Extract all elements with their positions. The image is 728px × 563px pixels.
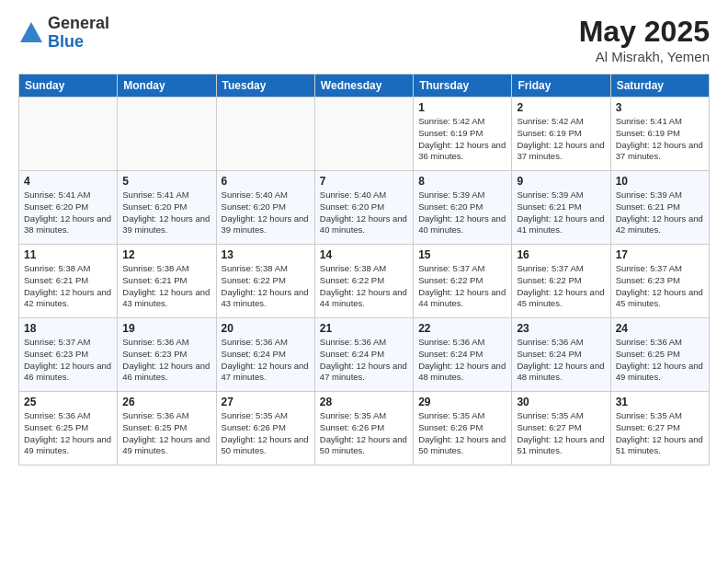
- calendar-cell: 20Sunrise: 5:36 AM Sunset: 6:24 PM Dayli…: [216, 318, 314, 392]
- day-number: 29: [418, 396, 506, 408]
- day-info: Sunrise: 5:36 AM Sunset: 6:25 PM Dayligh…: [122, 410, 210, 457]
- calendar-cell: 24Sunrise: 5:36 AM Sunset: 6:25 PM Dayli…: [610, 318, 709, 392]
- col-sunday: Sunday: [19, 75, 118, 98]
- day-info: Sunrise: 5:37 AM Sunset: 6:23 PM Dayligh…: [616, 263, 704, 310]
- calendar-cell: 16Sunrise: 5:37 AM Sunset: 6:22 PM Dayli…: [512, 245, 610, 318]
- day-info: Sunrise: 5:39 AM Sunset: 6:20 PM Dayligh…: [418, 190, 506, 236]
- svg-marker-1: [22, 26, 40, 40]
- calendar-cell: 12Sunrise: 5:38 AM Sunset: 6:21 PM Dayli…: [118, 245, 216, 318]
- day-info: Sunrise: 5:41 AM Sunset: 6:20 PM Dayligh…: [24, 190, 112, 236]
- day-info: Sunrise: 5:40 AM Sunset: 6:20 PM Dayligh…: [320, 190, 408, 236]
- title-block: May 2025 Al Misrakh, Yemen: [579, 15, 710, 64]
- day-number: 27: [222, 396, 310, 408]
- day-number: 22: [418, 322, 506, 335]
- day-info: Sunrise: 5:38 AM Sunset: 6:21 PM Dayligh…: [24, 263, 112, 310]
- day-number: 31: [616, 396, 704, 408]
- day-info: Sunrise: 5:35 AM Sunset: 6:27 PM Dayligh…: [616, 410, 704, 457]
- day-info: Sunrise: 5:37 AM Sunset: 6:23 PM Dayligh…: [24, 337, 112, 384]
- calendar-cell: [118, 98, 216, 171]
- day-info: Sunrise: 5:41 AM Sunset: 6:19 PM Dayligh…: [616, 116, 704, 163]
- col-saturday: Saturday: [610, 75, 709, 98]
- day-info: Sunrise: 5:35 AM Sunset: 6:26 PM Dayligh…: [222, 410, 310, 457]
- calendar-cell: [314, 98, 413, 171]
- day-number: 20: [222, 322, 310, 335]
- calendar-week-2: 4Sunrise: 5:41 AM Sunset: 6:20 PM Daylig…: [19, 171, 710, 245]
- day-number: 28: [320, 396, 408, 408]
- day-info: Sunrise: 5:38 AM Sunset: 6:21 PM Dayligh…: [122, 263, 210, 310]
- calendar-cell: 30Sunrise: 5:35 AM Sunset: 6:27 PM Dayli…: [512, 392, 610, 465]
- header-row: Sunday Monday Tuesday Wednesday Thursday…: [19, 75, 710, 98]
- day-number: 18: [24, 322, 112, 335]
- day-number: 13: [222, 248, 310, 261]
- calendar-cell: 5Sunrise: 5:41 AM Sunset: 6:20 PM Daylig…: [118, 171, 216, 245]
- calendar-cell: 3Sunrise: 5:41 AM Sunset: 6:19 PM Daylig…: [610, 98, 709, 171]
- calendar-week-3: 11Sunrise: 5:38 AM Sunset: 6:21 PM Dayli…: [19, 245, 710, 318]
- day-info: Sunrise: 5:36 AM Sunset: 6:25 PM Dayligh…: [616, 337, 704, 384]
- day-number: 8: [418, 175, 506, 188]
- calendar-cell: 21Sunrise: 5:36 AM Sunset: 6:24 PM Dayli…: [314, 318, 413, 392]
- calendar-cell: 28Sunrise: 5:35 AM Sunset: 6:26 PM Dayli…: [314, 392, 413, 465]
- day-number: 12: [122, 248, 210, 261]
- calendar-cell: 8Sunrise: 5:39 AM Sunset: 6:20 PM Daylig…: [414, 171, 512, 245]
- day-info: Sunrise: 5:37 AM Sunset: 6:22 PM Dayligh…: [418, 263, 506, 310]
- day-number: 26: [122, 396, 210, 408]
- day-number: 1: [418, 101, 506, 114]
- calendar-cell: 7Sunrise: 5:40 AM Sunset: 6:20 PM Daylig…: [314, 171, 413, 245]
- calendar-week-4: 18Sunrise: 5:37 AM Sunset: 6:23 PM Dayli…: [19, 318, 710, 392]
- day-info: Sunrise: 5:36 AM Sunset: 6:24 PM Dayligh…: [418, 337, 506, 384]
- day-number: 7: [320, 175, 408, 188]
- day-number: 5: [122, 175, 210, 188]
- calendar-cell: 27Sunrise: 5:35 AM Sunset: 6:26 PM Dayli…: [216, 392, 314, 465]
- calendar-cell: 29Sunrise: 5:35 AM Sunset: 6:26 PM Dayli…: [414, 392, 512, 465]
- calendar-cell: 25Sunrise: 5:36 AM Sunset: 6:25 PM Dayli…: [19, 392, 118, 465]
- calendar-cell: 31Sunrise: 5:35 AM Sunset: 6:27 PM Dayli…: [610, 392, 709, 465]
- calendar-cell: 18Sunrise: 5:37 AM Sunset: 6:23 PM Dayli…: [19, 318, 118, 392]
- calendar-cell: 1Sunrise: 5:42 AM Sunset: 6:19 PM Daylig…: [414, 98, 512, 171]
- calendar-cell: [216, 98, 314, 171]
- calendar-cell: 14Sunrise: 5:38 AM Sunset: 6:22 PM Dayli…: [314, 245, 413, 318]
- day-info: Sunrise: 5:38 AM Sunset: 6:22 PM Dayligh…: [222, 263, 310, 310]
- calendar-cell: 23Sunrise: 5:36 AM Sunset: 6:24 PM Dayli…: [512, 318, 610, 392]
- calendar-cell: 9Sunrise: 5:39 AM Sunset: 6:21 PM Daylig…: [512, 171, 610, 245]
- day-info: Sunrise: 5:40 AM Sunset: 6:20 PM Dayligh…: [222, 190, 310, 236]
- day-number: 23: [517, 322, 605, 335]
- logo: General Blue: [18, 15, 109, 52]
- calendar-cell: 10Sunrise: 5:39 AM Sunset: 6:21 PM Dayli…: [610, 171, 709, 245]
- col-thursday: Thursday: [414, 75, 512, 98]
- logo-icon: [18, 20, 44, 46]
- day-number: 3: [616, 101, 704, 114]
- calendar-cell: [19, 98, 118, 171]
- day-number: 6: [222, 175, 310, 188]
- calendar-cell: 4Sunrise: 5:41 AM Sunset: 6:20 PM Daylig…: [19, 171, 118, 245]
- day-info: Sunrise: 5:36 AM Sunset: 6:23 PM Dayligh…: [122, 337, 210, 384]
- calendar-header: Sunday Monday Tuesday Wednesday Thursday…: [19, 75, 710, 98]
- logo-general: General: [48, 15, 109, 33]
- day-info: Sunrise: 5:35 AM Sunset: 6:27 PM Dayligh…: [517, 410, 605, 457]
- day-info: Sunrise: 5:36 AM Sunset: 6:25 PM Dayligh…: [24, 410, 112, 457]
- location: Al Misrakh, Yemen: [579, 49, 710, 64]
- day-info: Sunrise: 5:39 AM Sunset: 6:21 PM Dayligh…: [517, 190, 605, 236]
- day-info: Sunrise: 5:42 AM Sunset: 6:19 PM Dayligh…: [517, 116, 605, 163]
- calendar-cell: 6Sunrise: 5:40 AM Sunset: 6:20 PM Daylig…: [216, 171, 314, 245]
- logo-text: General Blue: [48, 15, 109, 52]
- header: General Blue May 2025 Al Misrakh, Yemen: [18, 15, 710, 64]
- day-number: 10: [616, 175, 704, 188]
- col-wednesday: Wednesday: [314, 75, 413, 98]
- calendar-cell: 15Sunrise: 5:37 AM Sunset: 6:22 PM Dayli…: [414, 245, 512, 318]
- calendar-body: 1Sunrise: 5:42 AM Sunset: 6:19 PM Daylig…: [19, 98, 710, 465]
- calendar-cell: 26Sunrise: 5:36 AM Sunset: 6:25 PM Dayli…: [118, 392, 216, 465]
- day-number: 17: [616, 248, 704, 261]
- day-info: Sunrise: 5:42 AM Sunset: 6:19 PM Dayligh…: [418, 116, 506, 163]
- page: General Blue May 2025 Al Misrakh, Yemen …: [0, 0, 728, 563]
- day-info: Sunrise: 5:39 AM Sunset: 6:21 PM Dayligh…: [616, 190, 704, 236]
- calendar-cell: 22Sunrise: 5:36 AM Sunset: 6:24 PM Dayli…: [414, 318, 512, 392]
- day-number: 25: [24, 396, 112, 408]
- day-number: 16: [517, 248, 605, 261]
- col-friday: Friday: [512, 75, 610, 98]
- month-title: May 2025: [579, 15, 710, 49]
- calendar-table: Sunday Monday Tuesday Wednesday Thursday…: [18, 74, 710, 465]
- day-info: Sunrise: 5:36 AM Sunset: 6:24 PM Dayligh…: [320, 337, 408, 384]
- day-number: 2: [517, 101, 605, 114]
- day-number: 14: [320, 248, 408, 261]
- col-monday: Monday: [118, 75, 216, 98]
